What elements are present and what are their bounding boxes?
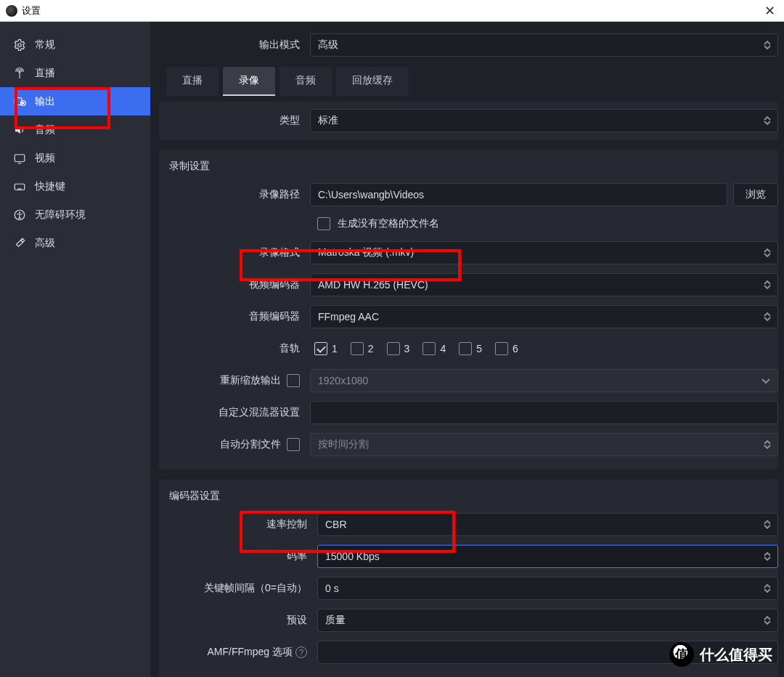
sidebar-item-video[interactable]: 视频 — [0, 144, 150, 172]
rec-path-label: 录像路径 — [159, 188, 304, 201]
watermark: 值 什么值得买 — [669, 642, 772, 667]
tab-audio[interactable]: 音频 — [279, 67, 332, 96]
recording-panel: 录制设置 录像路径 C:\Users\wangb\Videos 浏览 生成没有空… — [159, 150, 778, 469]
output-mode-select[interactable]: 高级 — [310, 33, 778, 57]
svg-point-1 — [19, 70, 20, 72]
sidebar-item-output[interactable]: 输出 — [0, 87, 150, 115]
updown-icon — [761, 517, 773, 532]
track-6-checkbox[interactable] — [495, 342, 508, 355]
rescale-checkbox[interactable] — [287, 374, 300, 387]
type-select[interactable]: 标准 — [310, 109, 778, 132]
rescale-select[interactable]: 1920x1080 — [310, 369, 778, 392]
preset-select[interactable]: 质量 — [317, 609, 778, 632]
sidebar-item-hotkeys[interactable]: 快捷键 — [0, 172, 150, 200]
watermark-icon: 值 — [669, 642, 694, 667]
bitrate-label: 码率 — [159, 550, 311, 563]
obs-app-icon — [6, 5, 17, 17]
content-area: 输出模式 高级 直播 录像 音频 回放缓存 类型 标准 录制设置 — [150, 22, 784, 677]
sidebar-item-label: 视频 — [35, 152, 55, 165]
muxer-input[interactable] — [310, 401, 778, 424]
video-enc-select[interactable]: AMD HW H.265 (HEVC) — [310, 273, 778, 296]
audio-enc-label: 音频编码器 — [159, 310, 304, 323]
rate-label: 速率控制 — [159, 518, 311, 531]
close-button[interactable]: ✕ — [761, 3, 778, 19]
sidebar-item-label: 音频 — [35, 123, 55, 137]
updown-icon — [761, 549, 773, 564]
sidebar-item-label: 常规 — [35, 38, 55, 52]
updown-icon — [761, 581, 773, 596]
no-space-checkbox[interactable] — [317, 217, 330, 230]
tab-record[interactable]: 录像 — [223, 67, 275, 96]
output-tabs: 直播 录像 音频 回放缓存 — [166, 67, 778, 96]
sidebar-item-accessibility[interactable]: 无障碍环境 — [0, 200, 150, 229]
rescale-label: 重新缩放输出 — [220, 374, 281, 387]
sidebar-item-label: 高级 — [35, 237, 55, 250]
muxer-label: 自定义混流器设置 — [159, 406, 304, 419]
type-value: 标准 — [318, 114, 338, 127]
help-icon[interactable]: ? — [295, 646, 307, 658]
encoder-title: 编码器设置 — [159, 485, 778, 508]
watermark-text: 什么值得买 — [700, 645, 772, 665]
svg-point-4 — [23, 102, 24, 103]
tab-replay[interactable]: 回放缓存 — [336, 67, 409, 96]
bitrate-input[interactable]: 15000 Kbps — [317, 545, 778, 568]
keyframe-input[interactable]: 0 s — [317, 577, 778, 600]
browse-button[interactable]: 浏览 — [733, 183, 778, 206]
track-3-checkbox[interactable] — [387, 342, 400, 355]
recording-title: 录制设置 — [159, 155, 778, 179]
track-5-checkbox[interactable] — [459, 342, 472, 355]
updown-icon — [761, 38, 773, 52]
type-label: 类型 — [159, 114, 304, 127]
video-enc-label: 视频编码器 — [159, 278, 304, 291]
svg-point-8 — [19, 211, 20, 213]
sidebar-item-stream[interactable]: 直播 — [0, 59, 150, 87]
tools-icon — [13, 237, 26, 250]
output-mode-value: 高级 — [318, 38, 338, 52]
sidebar-item-advanced[interactable]: 高级 — [0, 229, 150, 257]
updown-icon — [761, 309, 773, 324]
accessibility-icon — [13, 208, 26, 222]
no-space-label: 生成没有空格的文件名 — [338, 217, 439, 230]
rec-format-select[interactable]: Matroska 视频 (.mkv) — [310, 241, 778, 264]
output-mode-label: 输出模式 — [159, 38, 304, 52]
antenna-icon — [13, 67, 26, 80]
sidebar-item-label: 快捷键 — [35, 180, 65, 193]
keyframe-label: 关键帧间隔（0=自动） — [159, 582, 311, 595]
chevron-down-icon — [761, 375, 770, 386]
updown-icon — [761, 246, 773, 260]
svg-point-0 — [18, 43, 22, 46]
rec-path-input[interactable]: C:\Users\wangb\Videos — [310, 183, 727, 206]
updown-icon — [761, 113, 773, 128]
sidebar-item-general[interactable]: 常规 — [0, 31, 150, 59]
audio-enc-select[interactable]: FFmpeg AAC — [310, 305, 778, 328]
sidebar-item-label: 无障碍环境 — [35, 208, 86, 222]
tracks-label: 音轨 — [159, 342, 304, 355]
amf-label: AMF/FFmpeg 选项 — [208, 646, 293, 659]
output-icon — [13, 95, 26, 108]
rate-select[interactable]: CBR — [317, 513, 778, 536]
split-checkbox[interactable] — [287, 438, 300, 451]
keyboard-icon — [13, 180, 26, 193]
sidebar-item-label: 输出 — [35, 95, 55, 108]
rec-format-label: 录像格式 — [159, 246, 304, 259]
speaker-icon — [13, 123, 26, 137]
preset-label: 预设 — [159, 614, 311, 627]
window-title: 设置 — [22, 4, 761, 17]
sidebar-item-audio[interactable]: 音频 — [0, 115, 150, 144]
updown-icon — [761, 277, 773, 292]
sidebar: 常规 直播 输出 音频 视频 快捷键 无障碍环境 高级 — [0, 22, 150, 677]
track-1-checkbox[interactable] — [314, 342, 327, 355]
track-4-checkbox[interactable] — [422, 342, 436, 355]
sidebar-item-label: 直播 — [35, 67, 55, 80]
split-label: 自动分割文件 — [220, 438, 281, 451]
updown-icon — [761, 437, 773, 452]
svg-rect-5 — [15, 154, 25, 161]
track-2-checkbox[interactable] — [351, 342, 364, 355]
gear-icon — [13, 38, 26, 52]
split-select[interactable]: 按时间分割 — [310, 433, 778, 456]
monitor-icon — [13, 152, 26, 165]
updown-icon — [761, 613, 773, 628]
tab-stream[interactable]: 直播 — [166, 67, 219, 96]
titlebar: 设置 ✕ — [0, 0, 784, 22]
